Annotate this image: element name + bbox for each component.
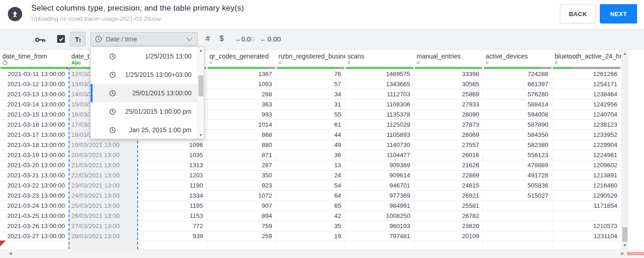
table-cell: 26/03/2021 13:00 [69, 211, 138, 221]
decimal-shift-left-button[interactable]: ←0.00 [260, 35, 281, 43]
column-type-select[interactable]: Date / time [90, 32, 198, 46]
text-type-label: Tt [75, 35, 81, 43]
page-header: Select columns type, precision, and the … [0, 0, 644, 29]
table-cell: 42 [276, 211, 345, 221]
scroll-up-arrow[interactable]: ▲ [621, 52, 628, 56]
column-header[interactable]: date_time_from [0, 50, 69, 60]
format-option-label: 1/25/2015 13:00+03:00 [116, 71, 197, 78]
table-cell: 1093 [207, 79, 276, 89]
table-cell: 28/03/2021 13:00 [69, 231, 138, 241]
table-cell: 1008250 [345, 211, 414, 221]
horizontal-scroll-thumb[interactable] [627, 252, 644, 255]
table-cell: 24615 [414, 181, 483, 191]
table-cell: 2021-03-22 13:00:00 [0, 181, 69, 191]
format-option[interactable]: 1/25/2015 13:00+03:00 [91, 65, 197, 84]
table-cell: 1242956 [552, 100, 621, 110]
format-option[interactable]: 25/01/2015 13:00:00 [91, 84, 197, 102]
table-column: bluetooth_active_24_hr_#1261266125417112… [552, 50, 621, 251]
column-header[interactable]: bluetooth_active_24_hr_ [552, 50, 621, 60]
scroll-down-arrow[interactable]: ▼ [621, 243, 628, 247]
format-option-label: 25/01/2015 13:00:00 [116, 89, 197, 97]
table-cell: 939 [138, 231, 207, 241]
table-cell: 21626 [414, 160, 483, 170]
table-cell: 584350 [483, 130, 552, 140]
column-header[interactable]: qr_codes_generated [207, 50, 276, 60]
scroll-left-arrow[interactable]: ◀ [9, 252, 12, 256]
decimal-right-main: 0.0 [241, 35, 251, 43]
dropdown-scroll-up-arrow[interactable]: ▲ [197, 48, 204, 53]
decimal-shift-right-button[interactable]: →0.00 [234, 35, 255, 43]
format-option[interactable]: Jan 25, 2015 1:00 pm [91, 121, 197, 139]
table-cell: 2021-03-13 13:00:00 [0, 89, 69, 100]
text-type-button[interactable]: Tt [70, 32, 86, 47]
table-cell: 2021-03-16 13:00:00 [0, 120, 69, 130]
table-cell: 907 [207, 201, 276, 211]
table-cell [552, 211, 621, 221]
arrow-up-icon [12, 11, 18, 18]
scroll-right-arrow[interactable]: ▶ [621, 252, 624, 256]
format-option[interactable]: 25/01/2015 1:00:00 pm [91, 102, 197, 121]
table-cell: 1035 [138, 150, 207, 160]
vertical-scrollbar[interactable]: ▲ ▼ [621, 50, 628, 249]
table-cell: 34 [276, 89, 345, 100]
format-option-label: 1/25/2015 13:00 [116, 53, 197, 60]
table-cell: 288 [207, 89, 276, 100]
table-cell: 26016 [414, 150, 483, 160]
horizontal-scrollbar[interactable]: ◀ ▶ [0, 249, 644, 258]
dropdown-scrollbar[interactable]: ▲ ▼ [197, 47, 204, 139]
vertical-scroll-thumb[interactable] [622, 227, 627, 242]
upload-icon [8, 7, 22, 21]
currency-type-button[interactable]: $ [220, 35, 224, 43]
table-cell: 946701 [345, 181, 414, 191]
table-cell: 22869 [414, 170, 483, 181]
column-header[interactable]: nzbn_registered_busine [276, 50, 345, 60]
table-cell: 1238464 [552, 89, 621, 100]
column-header[interactable]: manual_entries [414, 50, 483, 60]
table-cell: 24/03/2021 13:00 [69, 191, 138, 201]
table-cell: 20109 [414, 231, 483, 241]
table-cell: 588414 [483, 100, 552, 110]
table-cell: 13 [276, 160, 345, 170]
table-cell [483, 221, 552, 231]
table-cell: 556123 [483, 150, 552, 160]
table-cell: 1140730 [345, 140, 414, 150]
table-cell: 27557 [414, 140, 483, 150]
table-cell: 64 [276, 191, 345, 201]
table-cell: 57 [276, 79, 345, 89]
table-cell: 25/03/2021 13:00 [69, 201, 138, 211]
table-cell: 1096 [138, 140, 207, 150]
table-cell: 923 [207, 181, 276, 191]
table-cell: 1238123 [552, 120, 621, 130]
table-cell: 894 [207, 211, 276, 221]
format-option-label: Jan 25, 2015 1:00 pm [116, 126, 197, 134]
table-cell: 28069 [414, 130, 483, 140]
table-cell: 26782 [414, 211, 483, 221]
format-option[interactable]: 1/25/2015 13:00 [91, 47, 197, 65]
table-cell: 993 [207, 110, 276, 120]
dropdown-scroll-down-arrow[interactable]: ▼ [197, 133, 204, 137]
table-cell: 1334 [138, 191, 207, 201]
table-cell: 55 [276, 110, 345, 120]
number-type-button[interactable]: # [206, 35, 210, 43]
column-type-select-value: Date / time [106, 35, 137, 43]
table-cell: 54 [276, 181, 345, 191]
column-header[interactable]: active_devices [483, 50, 552, 60]
table-cell: 871 [207, 150, 276, 160]
next-button[interactable]: NEXT [600, 4, 637, 23]
table-cell: 1210573 [552, 221, 621, 231]
table-cell: 2021-03-20 13:00:00 [0, 160, 69, 170]
page-title: Select columns type, precision, and the … [31, 4, 244, 13]
boolean-type-checkbox[interactable] [57, 35, 65, 43]
dropdown-scroll-thumb[interactable] [198, 76, 203, 96]
column-header[interactable]: scans [345, 50, 414, 60]
table-cell: 724288 [483, 69, 552, 79]
table-cell [483, 201, 552, 211]
table-cell: 259 [207, 231, 276, 241]
primary-key-icon[interactable] [35, 36, 46, 45]
arrow-left-icon: ← [260, 35, 267, 43]
page-subtitle: Uploading nz-covid-tracer-usage-2021-03-… [31, 15, 161, 22]
table-cell: 1105893 [345, 130, 414, 140]
table-cell: 797481 [345, 231, 414, 241]
column-type-label: # [552, 60, 621, 65]
back-button[interactable]: BACK [560, 4, 596, 23]
